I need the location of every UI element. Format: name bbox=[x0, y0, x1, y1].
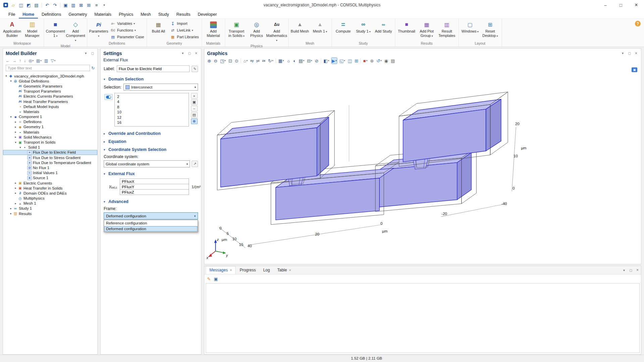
add-to-selection-button[interactable]: + bbox=[191, 93, 198, 99]
external-flux-x-input[interactable] bbox=[120, 178, 189, 184]
table-grid-button[interactable] bbox=[85, 2, 92, 9]
active-selection-toggle[interactable] bbox=[104, 94, 113, 100]
float-window-icon[interactable] bbox=[187, 51, 192, 55]
tree-item-domain-odes-and-daes[interactable]: Domain ODEs and DAEs bbox=[3, 191, 97, 196]
ribbon-button-parameter-case[interactable]: Parameter Case bbox=[109, 34, 145, 40]
tree-item-initial-values-1[interactable]: Initial Values 1 bbox=[3, 170, 97, 175]
new-graphics-window-button[interactable]: ◱ bbox=[339, 58, 345, 64]
expander-icon[interactable] bbox=[14, 202, 17, 205]
tree-item-flux-due-to-temperature-gradient[interactable]: Flux Due to Temperature Gradient bbox=[3, 160, 97, 165]
view-yz-button[interactable]: yz bbox=[256, 58, 260, 64]
menu-study[interactable]: Study bbox=[155, 11, 173, 18]
frame-dropdown[interactable]: Deformed configuration bbox=[104, 212, 198, 219]
ribbon-button-variables[interactable]: Variables bbox=[109, 21, 145, 26]
menu-physics[interactable]: Physics bbox=[115, 11, 137, 18]
close-tab-icon[interactable]: × bbox=[289, 268, 291, 272]
image-export-icon[interactable]: ▣ bbox=[632, 67, 637, 72]
domain-list-item[interactable]: 10 bbox=[115, 110, 189, 115]
ribbon-button-add-physics[interactable]: Add Physics bbox=[247, 20, 266, 39]
undo-button[interactable] bbox=[44, 2, 51, 9]
tree-item-component-1[interactable]: Component 1 bbox=[3, 114, 97, 119]
ribbon-button-add-component[interactable]: Add Component bbox=[66, 20, 85, 43]
go-to-source-button[interactable]: ↗ bbox=[192, 161, 198, 167]
float-window-icon[interactable] bbox=[90, 51, 95, 55]
close-tab-icon[interactable]: × bbox=[230, 268, 232, 272]
zoom-out-button[interactable]: ⊖ bbox=[213, 58, 218, 64]
help-icon[interactable]: ? bbox=[635, 21, 641, 27]
table-settings-button[interactable] bbox=[93, 2, 100, 9]
expander-icon[interactable] bbox=[14, 125, 17, 128]
copy-button[interactable] bbox=[62, 2, 69, 9]
copy-selection-button[interactable]: ▣ bbox=[191, 99, 198, 105]
domain-list-item[interactable]: 2 bbox=[115, 94, 189, 99]
tree-item-no-flux-1[interactable]: No Flux 1 bbox=[3, 165, 97, 170]
print-button[interactable] bbox=[33, 2, 40, 9]
tab-log[interactable]: Log bbox=[260, 266, 273, 274]
paste-button[interactable] bbox=[70, 2, 77, 9]
scene-settings-button[interactable]: ▦ bbox=[278, 58, 284, 64]
menu-home[interactable]: Home bbox=[19, 11, 38, 18]
section-coordinate-system-selection[interactable]: Coordinate System Selection bbox=[104, 146, 198, 154]
tree-item-mesh-1[interactable]: Mesh 1 bbox=[3, 201, 97, 206]
qat-menu-button[interactable] bbox=[101, 2, 108, 9]
expander-icon[interactable] bbox=[14, 141, 17, 144]
section-equation[interactable]: Equation bbox=[104, 138, 198, 146]
external-flux-z-input[interactable] bbox=[120, 189, 189, 195]
node-group-button[interactable]: ▥ bbox=[44, 58, 48, 63]
domain-selection-list[interactable]: 2 4 8 10 12 16 bbox=[114, 93, 189, 126]
expander-icon[interactable] bbox=[14, 120, 17, 123]
copy-log-button[interactable] bbox=[213, 276, 218, 282]
external-flux-y-input[interactable] bbox=[120, 184, 189, 190]
nav-forward-button[interactable]: → bbox=[12, 58, 16, 63]
expander-icon[interactable] bbox=[4, 74, 8, 77]
delete-button[interactable] bbox=[78, 2, 85, 9]
ribbon-button-reset-desktop[interactable]: Reset Desktop bbox=[481, 20, 500, 39]
split-horizontal-button[interactable]: ◫ bbox=[347, 58, 352, 64]
expander-icon[interactable] bbox=[14, 136, 17, 139]
ribbon-button-add-mathematics[interactable]: Add Mathematics bbox=[267, 20, 287, 43]
tree-item-electric-currents[interactable]: Electric Currents bbox=[3, 180, 97, 186]
expander-icon[interactable] bbox=[9, 212, 13, 215]
redo-button[interactable] bbox=[51, 2, 58, 9]
menu-geometry[interactable]: Geometry bbox=[65, 11, 91, 18]
selection-highlight-button[interactable]: ◧ bbox=[323, 58, 330, 64]
tree-item-model-root[interactable]: vacancy_electromigration_3Dmodel.mph bbox=[3, 73, 97, 79]
zoom-in-button[interactable]: ⊕ bbox=[207, 58, 211, 64]
ribbon-button-add-study[interactable]: Add Study bbox=[374, 20, 393, 34]
ribbon-button-add-material[interactable]: Add Material bbox=[204, 20, 223, 39]
update-scene-button[interactable]: ↺ bbox=[376, 58, 382, 64]
expander-icon[interactable] bbox=[9, 80, 13, 83]
nav-back-button[interactable]: ← bbox=[6, 58, 10, 63]
tree-item-multiphysics[interactable]: Multiphysics bbox=[3, 196, 97, 201]
menu-mesh[interactable]: Mesh bbox=[137, 11, 155, 18]
tree-item-solid-1[interactable]: Solid 1 bbox=[3, 145, 97, 150]
snapshot-button[interactable]: ◉ bbox=[384, 58, 388, 64]
hide-objects-button[interactable]: ⊘ bbox=[314, 58, 319, 64]
section-override-and-contribution[interactable]: Override and Contribution bbox=[104, 130, 198, 138]
zoom-to-selection-button[interactable]: ⊕ bbox=[191, 118, 198, 124]
tree-item-geometry-1[interactable]: Geometry 1 bbox=[3, 124, 97, 130]
tree-item-global-definitions[interactable]: Global Definitions bbox=[3, 79, 97, 84]
move-down-button[interactable]: ↓ bbox=[24, 58, 26, 63]
panel-menu-icon[interactable] bbox=[84, 51, 88, 55]
rename-button[interactable]: ✎ bbox=[192, 66, 198, 72]
ribbon-button-mesh-1[interactable]: Mesh 1 bbox=[310, 20, 330, 34]
move-up-button[interactable]: ↑ bbox=[19, 58, 21, 63]
selection-dropdown[interactable]: Interconnect bbox=[123, 84, 198, 91]
float-window-icon[interactable] bbox=[629, 268, 633, 272]
section-external-flux[interactable]: External Flux bbox=[104, 170, 198, 178]
menu-results[interactable]: Results bbox=[173, 11, 194, 18]
tree-refresh-icon[interactable]: ↻ bbox=[91, 66, 95, 70]
frame-option-reference-configuration[interactable]: Reference configuration bbox=[104, 220, 197, 226]
tree-item-materials-global[interactable]: Materials bbox=[3, 109, 97, 114]
expander-icon[interactable] bbox=[14, 131, 17, 134]
ribbon-button-build-mesh[interactable]: Build Mesh bbox=[290, 20, 310, 34]
ribbon-button-compute[interactable]: Compute bbox=[334, 20, 353, 34]
render-options-button[interactable]: ▶ bbox=[332, 58, 337, 64]
ribbon-button-part-libraries[interactable]: Part Libraries bbox=[169, 34, 200, 40]
menu-file[interactable]: File bbox=[5, 11, 19, 18]
ribbon-button-application-builder[interactable]: Application Builder bbox=[2, 20, 22, 39]
view-xy-button[interactable]: xy bbox=[250, 58, 254, 64]
close-panel-icon[interactable] bbox=[635, 268, 640, 272]
go-to-default-view-button[interactable]: ⌂ bbox=[243, 58, 248, 64]
